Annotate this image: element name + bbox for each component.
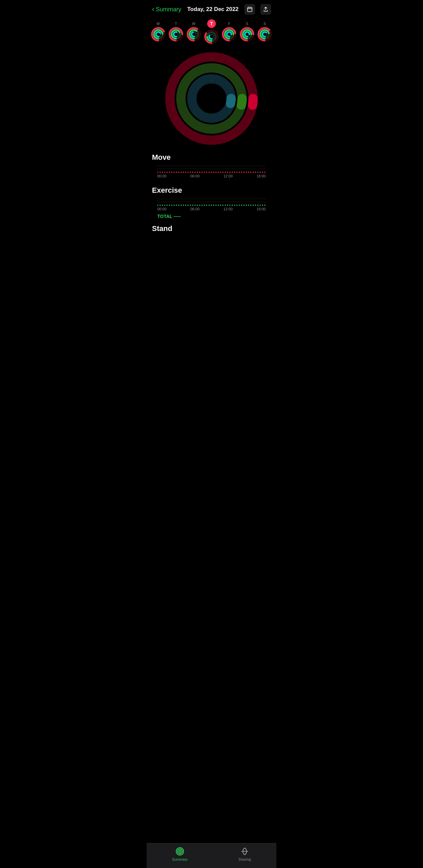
- day-label-fri: F: [228, 22, 230, 26]
- move-section: Move 00:00 06:00 12:00 18:00: [147, 153, 276, 178]
- ring-wed: [187, 27, 201, 41]
- share-icon: [263, 6, 269, 12]
- day-label-wed: W: [192, 22, 195, 26]
- main-ring-svg: → → ↑: [165, 52, 258, 145]
- sharing-tab-label: Sharing: [238, 857, 251, 861]
- svg-point-57: [179, 850, 181, 852]
- back-label: Summary: [156, 6, 181, 13]
- tab-summary[interactable]: Summary: [172, 847, 188, 861]
- move-time-labels: 00:00 06:00 12:00 18:00: [157, 174, 266, 178]
- day-label-mon: M: [157, 22, 160, 26]
- day-wednesday[interactable]: W: [187, 22, 201, 41]
- today-badge: T: [207, 19, 216, 28]
- move-time-3: 18:00: [256, 174, 266, 178]
- back-chevron-icon: ‹: [152, 6, 154, 13]
- exercise-time-1: 06:00: [190, 207, 199, 211]
- ring-tue: [169, 27, 183, 41]
- summary-tab-icon: [175, 847, 185, 856]
- move-chart: 00:00 06:00 12:00 18:00: [152, 166, 271, 178]
- exercise-timeline-dots: [157, 205, 266, 206]
- exercise-total: TOTAL —–: [152, 214, 271, 219]
- ring-mon: [151, 27, 166, 41]
- header: ‹ Summary Today, 22 Dec 2022: [147, 0, 276, 17]
- stand-section: Stand: [147, 224, 276, 233]
- calendar-icon: [247, 6, 253, 12]
- svg-text:→: →: [209, 56, 214, 62]
- ring-sat: [240, 27, 254, 41]
- summary-tab-label: Summary: [172, 857, 188, 861]
- main-activity-ring: → → ↑: [165, 52, 258, 145]
- calendar-button[interactable]: [245, 4, 255, 14]
- back-button[interactable]: ‹ Summary: [152, 6, 181, 13]
- day-sunday[interactable]: S: [257, 22, 272, 41]
- main-ring-area: → → ↑: [147, 45, 276, 153]
- move-time-2: 12:00: [224, 174, 233, 178]
- tab-bar: Summary Sharing: [147, 843, 276, 868]
- exercise-grid-line-1: [157, 199, 266, 199]
- exercise-chart: 00:00 06:00 12:00 18:00: [152, 199, 271, 211]
- exercise-time-labels: 00:00 06:00 12:00 18:00: [157, 207, 266, 211]
- sharing-tab-icon: [240, 847, 250, 856]
- svg-text:→: →: [209, 67, 214, 72]
- day-friday[interactable]: F: [222, 22, 236, 41]
- day-label-sat: S: [246, 22, 248, 26]
- header-icons: [245, 4, 271, 14]
- day-label-tue: T: [175, 22, 177, 26]
- exercise-section: Exercise 00:00 06:00 12:00 18:00 TOTAL —…: [147, 186, 276, 219]
- content: Move 00:00 06:00 12:00 18:00 Exercise 00…: [147, 153, 276, 270]
- header-title: Today, 22 Dec 2022: [181, 6, 245, 13]
- share-button[interactable]: [260, 4, 271, 14]
- tab-sharing[interactable]: Sharing: [238, 847, 251, 861]
- svg-text:↑: ↑: [210, 78, 213, 84]
- stand-title: Stand: [152, 224, 271, 233]
- svg-rect-0: [248, 7, 252, 12]
- move-time-1: 06:00: [190, 174, 199, 178]
- exercise-grid-line-2: [157, 202, 266, 202]
- move-timeline-dots: [157, 172, 266, 173]
- exercise-time-3: 18:00: [256, 207, 266, 211]
- day-thursday-today[interactable]: T: [204, 19, 219, 44]
- day-monday[interactable]: M: [151, 22, 166, 41]
- move-grid-line-2: [157, 169, 266, 169]
- week-row: M T W: [147, 17, 276, 45]
- move-grid-line-1: [157, 166, 266, 166]
- ring-fri: [222, 27, 236, 41]
- svg-point-50: [192, 79, 231, 118]
- exercise-time-0: 00:00: [157, 207, 167, 211]
- ring-today: [204, 29, 219, 44]
- ring-sun: [257, 27, 272, 41]
- exercise-time-2: 12:00: [224, 207, 233, 211]
- day-label-sun: S: [264, 22, 266, 26]
- move-title: Move: [152, 153, 271, 162]
- day-saturday[interactable]: S: [240, 22, 254, 41]
- svg-point-56: [177, 849, 182, 854]
- exercise-title: Exercise: [152, 186, 271, 195]
- day-tuesday[interactable]: T: [169, 22, 183, 41]
- move-time-0: 00:00: [157, 174, 167, 178]
